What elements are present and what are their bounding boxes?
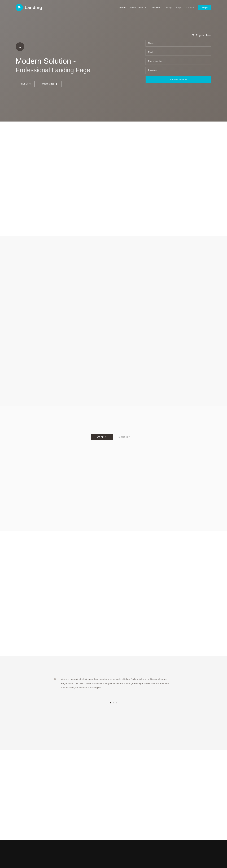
svg-rect-14 [192, 34, 194, 36]
register-form: Register Now Register Account [146, 34, 212, 87]
name-field[interactable] [146, 40, 212, 47]
pricing-section: WEEKLY MONTHLY [0, 406, 227, 531]
svg-point-3 [19, 7, 20, 8]
quote-icon: ❝ [54, 676, 56, 684]
svg-point-11 [21, 46, 21, 47]
nav-home[interactable]: Home [119, 6, 125, 9]
register-heading: Register Now [146, 34, 212, 37]
testimonial-section: ❝ Vivamus magna justo, lacinia eget cons… [0, 656, 227, 750]
laptop-icon [191, 34, 194, 37]
register-heading-text: Register Now [196, 34, 212, 37]
tab-monthly[interactable]: MONTHLY [113, 434, 136, 440]
brand-logo-icon [15, 4, 23, 11]
top-nav: Landing Home Why Choose Us Overview Pric… [0, 0, 227, 11]
svg-point-5 [18, 8, 19, 9]
dot-3[interactable] [116, 702, 117, 704]
hero-left: Modern Solution - Professional Landing P… [15, 34, 90, 87]
hero-title: Modern Solution - [15, 56, 90, 66]
nav-contact[interactable]: Contact [186, 6, 194, 9]
contact-section [0, 750, 227, 840]
map-section [0, 840, 227, 868]
testimonial-text: Vivamus magna justo, lacinia eget consec… [61, 678, 169, 689]
register-submit-button[interactable]: Register Account [146, 76, 212, 83]
nav-overview[interactable]: Overview [151, 6, 160, 9]
phone-field[interactable] [146, 58, 212, 65]
watch-video-label: Watch Video [42, 83, 54, 85]
dot-2[interactable] [113, 702, 114, 704]
svg-point-0 [18, 6, 19, 7]
svg-point-8 [20, 45, 21, 46]
nav-pricing[interactable]: Pricing [165, 6, 172, 9]
svg-point-9 [19, 46, 19, 47]
dot-1[interactable] [110, 702, 111, 704]
svg-point-12 [20, 48, 20, 48]
svg-point-6 [20, 8, 21, 9]
email-field[interactable] [146, 49, 212, 56]
password-field[interactable] [146, 67, 212, 74]
svg-point-2 [18, 7, 19, 8]
read-more-button[interactable]: Read More [15, 81, 35, 87]
svg-point-4 [20, 7, 21, 7]
hero-section: Landing Home Why Choose Us Overview Pric… [0, 0, 227, 122]
nav-faqs[interactable]: Faq's [176, 6, 181, 9]
svg-point-7 [19, 45, 20, 46]
login-button[interactable]: Login [198, 5, 212, 10]
hero-badge-icon [15, 42, 24, 51]
overview-section [0, 236, 227, 406]
tab-weekly[interactable]: WEEKLY [91, 434, 113, 440]
hero-body: Modern Solution - Professional Landing P… [0, 11, 227, 87]
nav-whychoose[interactable]: Why Choose Us [130, 6, 146, 9]
svg-point-10 [20, 46, 20, 47]
faq-section [0, 531, 227, 656]
carousel-dots [0, 702, 227, 704]
hero-subtitle: Professional Landing Page [15, 66, 90, 74]
watch-video-button[interactable]: Watch Video ▶ [38, 81, 62, 87]
brand-name: Landing [25, 5, 42, 10]
nav-menu: Home Why Choose Us Overview Pricing Faq'… [119, 5, 212, 10]
why-choose-section [0, 122, 227, 236]
svg-point-13 [21, 47, 21, 48]
pricing-tabs: WEEKLY MONTHLY [0, 434, 227, 440]
testimonial-quote: ❝ Vivamus magna justo, lacinia eget cons… [54, 677, 173, 690]
brand[interactable]: Landing [15, 4, 42, 11]
svg-point-1 [19, 6, 20, 7]
play-icon: ▶ [56, 83, 58, 85]
